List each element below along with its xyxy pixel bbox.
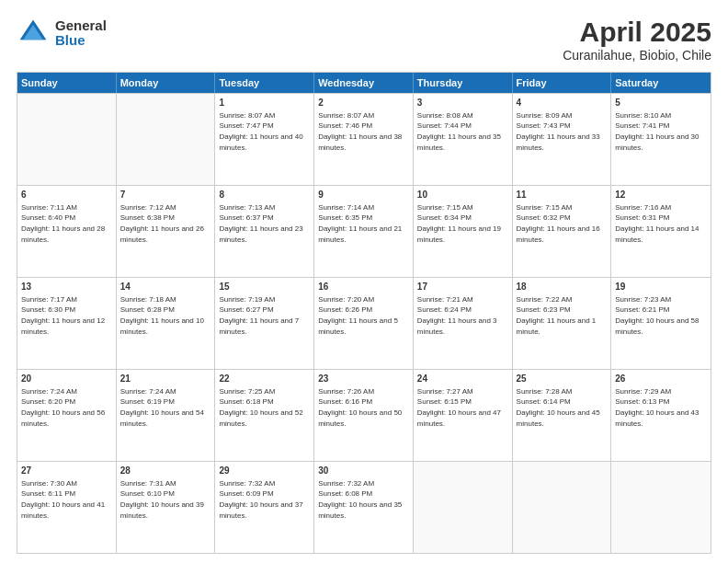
day-info: Sunrise: 7:32 AM Sunset: 6:09 PM Dayligh… (219, 479, 302, 520)
day-number: 27 (21, 465, 112, 477)
day-info: Sunrise: 7:11 AM Sunset: 6:40 PM Dayligh… (21, 203, 105, 244)
day-number: 18 (517, 281, 608, 293)
day-info: Sunrise: 7:18 AM Sunset: 6:28 PM Dayligh… (120, 295, 204, 336)
day-info: Sunrise: 7:17 AM Sunset: 6:30 PM Dayligh… (21, 295, 105, 336)
calendar: SundayMondayTuesdayWednesdayThursdayFrid… (17, 72, 711, 554)
day-info: Sunrise: 8:07 AM Sunset: 7:47 PM Dayligh… (219, 111, 302, 152)
calendar-cell: 29Sunrise: 7:32 AM Sunset: 6:09 PM Dayli… (215, 462, 314, 553)
calendar-cell: 9Sunrise: 7:14 AM Sunset: 6:35 PM Daylig… (314, 186, 414, 277)
day-number: 1 (219, 97, 310, 109)
calendar-cell: 25Sunrise: 7:28 AM Sunset: 6:14 PM Dayli… (513, 370, 612, 461)
calendar-cell: 13Sunrise: 7:17 AM Sunset: 6:30 PM Dayli… (17, 278, 117, 369)
calendar-row: 27Sunrise: 7:30 AM Sunset: 6:11 PM Dayli… (17, 461, 711, 553)
day-number: 10 (417, 189, 508, 201)
day-info: Sunrise: 8:08 AM Sunset: 7:44 PM Dayligh… (417, 111, 501, 152)
calendar-header-day: Wednesday (314, 73, 414, 93)
calendar-header-day: Friday (513, 73, 612, 93)
calendar-cell: 5Sunrise: 8:10 AM Sunset: 7:41 PM Daylig… (611, 94, 711, 185)
calendar-cell: 8Sunrise: 7:13 AM Sunset: 6:37 PM Daylig… (215, 186, 314, 277)
calendar-cell: 28Sunrise: 7:31 AM Sunset: 6:10 PM Dayli… (117, 462, 216, 553)
day-info: Sunrise: 7:19 AM Sunset: 6:27 PM Dayligh… (219, 295, 299, 336)
calendar-cell: 4Sunrise: 8:09 AM Sunset: 7:43 PM Daylig… (513, 94, 612, 185)
page: General Blue April 2025 Curanilahue, Bio… (0, 0, 728, 563)
day-number: 30 (318, 465, 409, 477)
calendar-cell: 14Sunrise: 7:18 AM Sunset: 6:28 PM Dayli… (117, 278, 216, 369)
day-info: Sunrise: 7:25 AM Sunset: 6:18 PM Dayligh… (219, 387, 302, 428)
calendar-body: 1Sunrise: 8:07 AM Sunset: 7:47 PM Daylig… (17, 93, 711, 553)
calendar-header-day: Monday (117, 73, 216, 93)
day-info: Sunrise: 7:15 AM Sunset: 6:32 PM Dayligh… (517, 203, 600, 244)
day-number: 21 (120, 373, 211, 385)
calendar-cell: 3Sunrise: 8:08 AM Sunset: 7:44 PM Daylig… (414, 94, 513, 185)
day-info: Sunrise: 8:10 AM Sunset: 7:41 PM Dayligh… (615, 111, 699, 152)
header: General Blue April 2025 Curanilahue, Bio… (17, 17, 711, 63)
calendar-cell: 17Sunrise: 7:21 AM Sunset: 6:24 PM Dayli… (414, 278, 513, 369)
day-info: Sunrise: 7:15 AM Sunset: 6:34 PM Dayligh… (417, 203, 501, 244)
calendar-cell: 6Sunrise: 7:11 AM Sunset: 6:40 PM Daylig… (17, 186, 117, 277)
day-info: Sunrise: 7:24 AM Sunset: 6:19 PM Dayligh… (120, 387, 204, 428)
day-number: 7 (120, 189, 211, 201)
day-number: 6 (21, 189, 112, 201)
day-number: 14 (120, 281, 211, 293)
day-info: Sunrise: 7:32 AM Sunset: 6:08 PM Dayligh… (318, 479, 402, 520)
calendar-cell: 11Sunrise: 7:15 AM Sunset: 6:32 PM Dayli… (513, 186, 612, 277)
calendar-row: 13Sunrise: 7:17 AM Sunset: 6:30 PM Dayli… (17, 277, 711, 369)
calendar-cell: 20Sunrise: 7:24 AM Sunset: 6:20 PM Dayli… (17, 370, 117, 461)
calendar-cell: 18Sunrise: 7:22 AM Sunset: 6:23 PM Dayli… (513, 278, 612, 369)
day-number: 9 (318, 189, 409, 201)
day-number: 8 (219, 189, 310, 201)
day-number: 11 (517, 189, 608, 201)
day-number: 24 (417, 373, 508, 385)
day-info: Sunrise: 7:14 AM Sunset: 6:35 PM Dayligh… (318, 203, 402, 244)
calendar-cell: 30Sunrise: 7:32 AM Sunset: 6:08 PM Dayli… (314, 462, 414, 553)
day-number: 4 (517, 97, 608, 109)
calendar-cell: 19Sunrise: 7:23 AM Sunset: 6:21 PM Dayli… (611, 278, 711, 369)
calendar-cell (117, 94, 216, 185)
calendar-header: SundayMondayTuesdayWednesdayThursdayFrid… (17, 73, 711, 93)
day-info: Sunrise: 7:12 AM Sunset: 6:38 PM Dayligh… (120, 203, 204, 244)
calendar-cell (611, 462, 711, 553)
day-number: 23 (318, 373, 409, 385)
day-number: 20 (21, 373, 112, 385)
subtitle: Curanilahue, Biobio, Chile (563, 48, 711, 63)
day-number: 3 (417, 97, 508, 109)
day-number: 16 (318, 281, 409, 293)
day-number: 25 (517, 373, 608, 385)
day-info: Sunrise: 7:24 AM Sunset: 6:20 PM Dayligh… (21, 387, 105, 428)
day-number: 22 (219, 373, 310, 385)
calendar-cell (17, 94, 117, 185)
calendar-cell: 7Sunrise: 7:12 AM Sunset: 6:38 PM Daylig… (117, 186, 216, 277)
day-number: 2 (318, 97, 409, 109)
calendar-cell: 12Sunrise: 7:16 AM Sunset: 6:31 PM Dayli… (611, 186, 711, 277)
day-number: 12 (615, 189, 707, 201)
day-number: 29 (219, 465, 310, 477)
day-number: 15 (219, 281, 310, 293)
day-number: 19 (615, 281, 707, 293)
logo-general: General (55, 18, 107, 34)
calendar-cell: 21Sunrise: 7:24 AM Sunset: 6:19 PM Dayli… (117, 370, 216, 461)
day-info: Sunrise: 7:26 AM Sunset: 6:16 PM Dayligh… (318, 387, 402, 428)
calendar-cell: 24Sunrise: 7:27 AM Sunset: 6:15 PM Dayli… (414, 370, 513, 461)
logo-blue: Blue (55, 33, 107, 49)
calendar-row: 1Sunrise: 8:07 AM Sunset: 7:47 PM Daylig… (17, 93, 711, 185)
calendar-cell: 26Sunrise: 7:29 AM Sunset: 6:13 PM Dayli… (611, 370, 711, 461)
calendar-row: 6Sunrise: 7:11 AM Sunset: 6:40 PM Daylig… (17, 185, 711, 277)
day-number: 28 (120, 465, 211, 477)
main-title: April 2025 (563, 17, 711, 48)
calendar-cell: 22Sunrise: 7:25 AM Sunset: 6:18 PM Dayli… (215, 370, 314, 461)
calendar-cell: 27Sunrise: 7:30 AM Sunset: 6:11 PM Dayli… (17, 462, 117, 553)
day-info: Sunrise: 7:31 AM Sunset: 6:10 PM Dayligh… (120, 479, 204, 520)
calendar-cell: 2Sunrise: 8:07 AM Sunset: 7:46 PM Daylig… (314, 94, 414, 185)
calendar-row: 20Sunrise: 7:24 AM Sunset: 6:20 PM Dayli… (17, 369, 711, 461)
day-info: Sunrise: 7:21 AM Sunset: 6:24 PM Dayligh… (417, 295, 497, 336)
calendar-cell: 1Sunrise: 8:07 AM Sunset: 7:47 PM Daylig… (215, 94, 314, 185)
calendar-cell: 16Sunrise: 7:20 AM Sunset: 6:26 PM Dayli… (314, 278, 414, 369)
day-number: 13 (21, 281, 112, 293)
logo-text: General Blue (55, 18, 107, 49)
calendar-header-day: Thursday (414, 73, 513, 93)
day-info: Sunrise: 7:22 AM Sunset: 6:23 PM Dayligh… (517, 295, 597, 336)
calendar-header-day: Sunday (17, 73, 117, 93)
day-info: Sunrise: 7:23 AM Sunset: 6:21 PM Dayligh… (615, 295, 699, 336)
calendar-cell: 23Sunrise: 7:26 AM Sunset: 6:16 PM Dayli… (314, 370, 414, 461)
title-block: April 2025 Curanilahue, Biobio, Chile (563, 17, 711, 63)
